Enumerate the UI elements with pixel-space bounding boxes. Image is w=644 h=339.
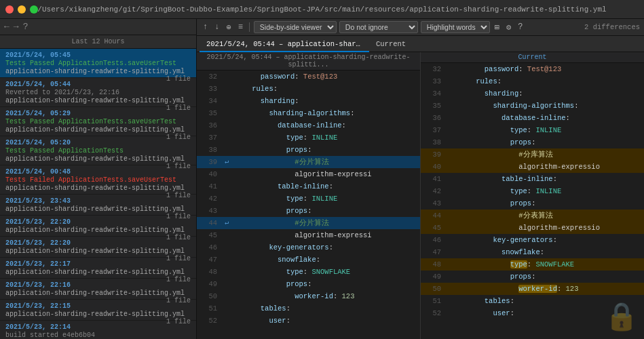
line-number: 41 <box>421 173 445 185</box>
line-number: 49 <box>197 278 221 290</box>
file-count: 1 file <box>166 134 191 141</box>
table-row: 52 user: <box>197 315 420 327</box>
line-gutter <box>221 132 232 144</box>
tl-green[interactable] <box>30 5 38 14</box>
line-number: 35 <box>197 107 221 119</box>
line-gutter <box>445 295 456 307</box>
table-row: 35 sharding-algorithms: <box>197 107 420 119</box>
line-number: 40 <box>197 168 221 180</box>
line-gutter <box>445 124 456 136</box>
line-number: 43 <box>197 205 221 217</box>
diff-help-icon[interactable]: ? <box>516 22 525 33</box>
table-row: 46 key-generators: <box>197 241 420 254</box>
line-number: 38 <box>421 136 445 148</box>
timestamp: 2021/5/23, 22:20 <box>5 239 71 247</box>
code-right: 32 password: Test@123 33 rules: 34 shard… <box>421 63 644 319</box>
line-content: #分库算法 <box>456 148 644 161</box>
table-row: 32 password: Test@123 <box>197 71 420 83</box>
table-row: 39 #分库算法 <box>421 148 644 161</box>
grid-icon[interactable]: ⊞ <box>493 22 501 33</box>
line-content: worker-id: 123 <box>232 290 420 302</box>
forward-icon[interactable]: → <box>14 22 19 32</box>
line-gutter <box>445 112 456 124</box>
highlight-dropdown[interactable]: Highlight words Highlight lines <box>421 21 490 33</box>
table-row: 49 props: <box>197 278 420 290</box>
diff-panel: ↑ ↓ ⊕ ≡ Side-by-side viewer Unified view… <box>197 19 644 339</box>
line-gutter <box>221 229 232 241</box>
test-status: Tests Passed ApplicationTests <box>5 147 124 155</box>
differences-count: 2 differences <box>584 23 640 31</box>
line-gutter: ↵ <box>221 156 232 168</box>
line-gutter <box>445 246 456 258</box>
line-number: 46 <box>421 234 445 246</box>
line-number: 42 <box>421 185 445 197</box>
line-number: 43 <box>421 197 445 210</box>
table-row: 51 tables: <box>197 302 420 315</box>
add-icon[interactable]: ⊕ <box>224 22 233 33</box>
line-number: 49 <box>421 271 445 283</box>
table-row: 50 worker-id: 123 <box>421 283 644 295</box>
back-icon[interactable]: ← <box>4 22 10 32</box>
table-row: 41 table-inline: <box>421 173 644 185</box>
line-gutter <box>445 161 456 173</box>
sidebar-item[interactable]: 2021/5/24, 05:45Tests Passed Application… <box>0 49 196 78</box>
filename: application-sharding-readwrite-splitting… <box>5 205 185 213</box>
line-number: 45 <box>197 229 221 241</box>
ignore-dropdown[interactable]: Do not ignore Ignore whitespace <box>339 21 418 33</box>
line-number: 36 <box>421 112 445 124</box>
line-content: database-inline: <box>232 119 420 132</box>
line-gutter <box>445 87 456 100</box>
line-content: props: <box>232 205 420 217</box>
filename: application-sharding-readwrite-splitting… <box>5 268 185 276</box>
diff-tab-current[interactable]: Current <box>369 36 413 52</box>
diff-pane-right[interactable]: Current 32 password: Test@123 33 rules: … <box>421 52 644 339</box>
line-content: algorithm-expressio <box>456 222 644 234</box>
table-row: 48 type: SNOWFLAKE <box>197 266 420 278</box>
down-icon[interactable]: ↓ <box>212 22 221 33</box>
tl-red[interactable] <box>5 5 14 14</box>
help-icon[interactable]: ? <box>23 22 29 32</box>
line-number: 35 <box>421 100 445 112</box>
line-gutter <box>221 302 232 315</box>
sidebar-items: 2021/5/24, 05:45Tests Passed Application… <box>0 49 196 339</box>
line-gutter <box>221 107 232 119</box>
tl-yellow[interactable] <box>18 5 26 14</box>
table-row: 50 worker-id: 123 <box>197 290 420 302</box>
settings-icon[interactable]: ⚙ <box>504 22 513 33</box>
line-content: database-inline: <box>456 112 644 124</box>
timestamp: 2021/5/23, 22:16 <box>5 281 71 289</box>
diff-pane-left[interactable]: 2021/5/24, 05:44 – application-sharding-… <box>197 52 420 339</box>
line-number: 45 <box>421 222 445 234</box>
line-number: 36 <box>197 119 221 132</box>
table-row: 39 ↵ #分片算法 <box>197 156 420 168</box>
line-number: 47 <box>421 246 445 258</box>
line-gutter <box>445 307 456 319</box>
line-number: 32 <box>421 63 445 75</box>
line-content: key-generators: <box>232 241 420 254</box>
table-row: 44 #分表算法 <box>421 210 644 222</box>
timestamp: 2021/5/23, 23:43 <box>5 197 71 205</box>
table-row: 38 props: <box>197 144 420 156</box>
test-status: Tests Passed ApplicationTests.saveUserTe… <box>5 118 176 125</box>
line-content: type: SNOWFLAKE <box>232 266 420 278</box>
line-content: tables: <box>456 295 644 307</box>
menu-icon[interactable]: ≡ <box>236 22 245 33</box>
line-number: 39 <box>421 148 445 161</box>
file-count: 1 file <box>166 104 191 112</box>
line-number: 44 <box>421 210 445 222</box>
line-content: worker-id: 123 <box>456 283 644 295</box>
line-gutter <box>221 266 232 278</box>
line-gutter <box>445 234 456 246</box>
titlebar: /Users/xikangzheng/git/SpringBoot-Dubbo-… <box>0 0 644 19</box>
line-gutter <box>445 210 456 222</box>
diff-tab-history[interactable]: 2021/5/24, 05:44 – application-sharding-… <box>200 36 369 52</box>
table-row: 35 sharding-algorithms: <box>421 100 644 112</box>
line-content: sharding: <box>232 95 420 107</box>
line-content: type: INLINE <box>456 185 644 197</box>
line-content: type: INLINE <box>456 124 644 136</box>
viewer-dropdown[interactable]: Side-by-side viewer Unified viewer <box>254 21 337 33</box>
timestamp: 2021/5/23, 22:15 <box>5 302 71 310</box>
line-gutter <box>445 75 456 87</box>
up-icon[interactable]: ↑ <box>201 22 210 33</box>
table-row: 36 database-inline: <box>421 112 644 124</box>
